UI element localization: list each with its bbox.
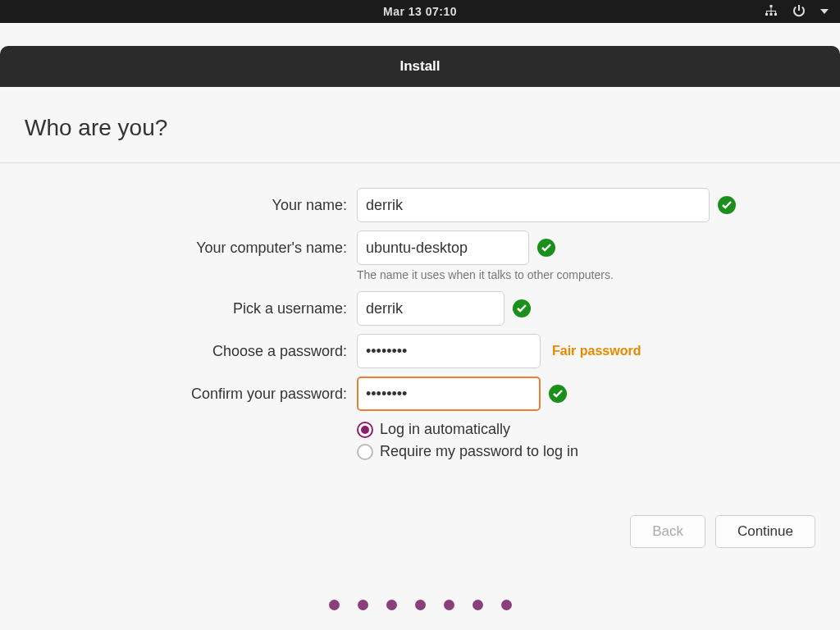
window-title: Install xyxy=(399,58,440,75)
installer-page: Who are you? Your name: Your computer's … xyxy=(0,87,840,630)
progress-dot xyxy=(358,600,368,610)
progress-dot xyxy=(444,600,454,610)
confirm-password-label: Confirm your password: xyxy=(25,386,349,403)
progress-dot xyxy=(329,600,340,610)
check-icon xyxy=(718,196,736,214)
nav-buttons: Back Continue xyxy=(630,515,815,548)
svg-rect-8 xyxy=(775,11,776,13)
svg-rect-2 xyxy=(770,13,773,16)
caret-down-icon[interactable] xyxy=(820,9,829,14)
svg-rect-3 xyxy=(774,13,777,16)
user-form: Your name: Your computer's name: The nam… xyxy=(25,188,815,460)
system-tray xyxy=(765,0,829,23)
password-input[interactable] xyxy=(357,334,541,368)
svg-rect-4 xyxy=(771,7,772,11)
window-titlebar: Install xyxy=(0,46,840,87)
password-label: Choose a password: xyxy=(25,343,349,360)
hostname-label: Your computer's name: xyxy=(25,240,349,257)
username-input[interactable] xyxy=(357,291,504,326)
divider xyxy=(0,162,840,163)
progress-dot xyxy=(415,600,426,610)
svg-rect-1 xyxy=(765,13,768,16)
clock: Mar 13 07:10 xyxy=(383,5,457,18)
network-icon[interactable] xyxy=(765,4,778,20)
back-button[interactable]: Back xyxy=(630,515,705,548)
power-icon[interactable] xyxy=(792,4,806,20)
name-label: Your name: xyxy=(25,197,349,214)
login-require-radio[interactable] xyxy=(357,444,373,460)
progress-dot xyxy=(386,600,397,610)
login-auto-radio[interactable] xyxy=(357,422,373,438)
name-input[interactable] xyxy=(357,188,710,222)
hostname-hint: The name it uses when it talks to other … xyxy=(357,268,815,281)
progress-dot xyxy=(472,600,483,610)
svg-rect-6 xyxy=(766,11,767,13)
page-title: Who are you? xyxy=(25,107,815,162)
check-icon xyxy=(513,299,531,317)
login-auto-label: Log in automatically xyxy=(380,421,510,438)
password-strength: Fair password xyxy=(552,344,641,358)
svg-rect-0 xyxy=(770,5,773,7)
progress-dots xyxy=(0,600,840,610)
login-require-label: Require my password to log in xyxy=(380,443,578,460)
hostname-input[interactable] xyxy=(357,231,529,265)
svg-rect-7 xyxy=(771,11,772,13)
username-label: Pick a username: xyxy=(25,300,349,317)
check-icon xyxy=(537,239,555,257)
continue-button[interactable]: Continue xyxy=(715,515,815,548)
confirm-password-input[interactable] xyxy=(357,377,541,411)
check-icon xyxy=(549,385,567,403)
progress-dot xyxy=(501,600,512,610)
system-top-bar: Mar 13 07:10 xyxy=(0,0,840,23)
